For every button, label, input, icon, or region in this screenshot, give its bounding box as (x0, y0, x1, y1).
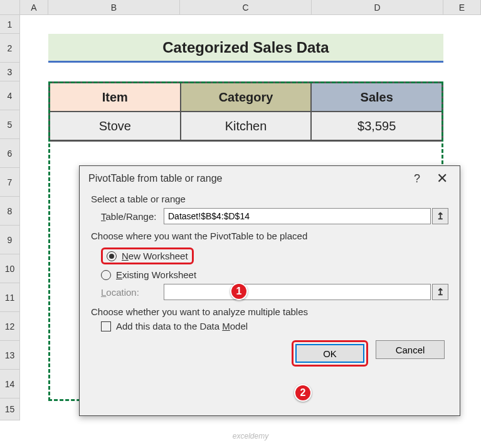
radio-icon (107, 251, 117, 261)
section-select-range-label: Select a table or range (91, 194, 448, 204)
close-button[interactable]: ✕ (430, 169, 455, 188)
checkbox-icon (101, 321, 111, 331)
row-header-15[interactable]: 15 (0, 399, 20, 420)
ok-button[interactable]: OK (295, 344, 364, 363)
dialog-body: Select a table or range Table/Range: ↥ C… (80, 191, 460, 369)
collapse-dialog-icon[interactable]: ↥ (432, 208, 448, 224)
cell-sales[interactable]: $3,595 (311, 112, 442, 140)
callout-2: 2 (294, 384, 312, 402)
location-input[interactable] (164, 284, 431, 300)
row-header-13[interactable]: 13 (0, 341, 20, 370)
row-header-7[interactable]: 7 (0, 168, 20, 197)
cell-item[interactable]: Stove (50, 112, 181, 140)
col-header-D[interactable]: D (312, 0, 443, 14)
select-all-corner[interactable] (0, 0, 20, 14)
radio-new-label: New Worksheet (122, 251, 188, 261)
row-header-14[interactable]: 14 (0, 370, 20, 399)
col-header-B[interactable]: B (48, 0, 180, 14)
row-header-8[interactable]: 8 (0, 197, 20, 226)
row-header-4[interactable]: 4 (0, 81, 20, 110)
column-headers: A B C D E (0, 0, 481, 15)
table-range-input[interactable] (164, 208, 431, 224)
col-header-A[interactable]: A (20, 0, 48, 14)
table-row: Stove Kitchen $3,595 (50, 112, 442, 140)
row-header-1[interactable]: 1 (0, 15, 20, 34)
table-range-label: Table/Range: (101, 211, 164, 222)
radio-new-worksheet[interactable]: New Worksheet (101, 247, 194, 264)
row-header-3[interactable]: 3 (0, 63, 20, 81)
col-header-C[interactable]: C (180, 0, 312, 14)
row-header-5[interactable]: 5 (0, 110, 20, 139)
pivottable-dialog: PivotTable from table or range ? ✕ Selec… (79, 165, 460, 416)
data-table: Item Category Sales Stove Kitchen $3,595 (48, 81, 443, 142)
callout-1: 1 (230, 283, 248, 300)
help-button[interactable]: ? (404, 169, 430, 188)
radio-existing-label: Existing Worksheet (116, 269, 196, 280)
row-header-2[interactable]: 2 (0, 34, 20, 63)
dialog-title-text: PivotTable from table or range (88, 173, 404, 184)
col-header-E[interactable]: E (443, 0, 481, 14)
collapse-dialog-icon[interactable]: ↥ (432, 284, 448, 300)
dialog-button-row: OK Cancel (91, 340, 448, 367)
checkbox-label: Add this data to the Data Model (116, 321, 248, 331)
row-header-12[interactable]: 12 (0, 312, 20, 341)
row-header-9[interactable]: 9 (0, 226, 20, 254)
row-header-11[interactable]: 11 (0, 283, 20, 312)
checkbox-data-model[interactable]: Add this data to the Data Model (101, 321, 448, 331)
section-placement-label: Choose where you want the PivotTable to … (91, 231, 448, 241)
cell-category[interactable]: Kitchen (181, 112, 312, 140)
cancel-button[interactable]: Cancel (376, 340, 445, 359)
row-header-6[interactable]: 6 (0, 139, 20, 168)
header-sales[interactable]: Sales (311, 83, 442, 112)
sheet-title-cell[interactable]: Categorized Sales Data (48, 34, 443, 63)
table-header-row: Item Category Sales (50, 83, 442, 112)
sheet-title-text: Categorized Sales Data (162, 39, 329, 56)
worksheet-area[interactable]: Categorized Sales Data Item Category Sal… (20, 15, 481, 448)
row-header-10[interactable]: 10 (0, 254, 20, 283)
location-label: Location: (101, 287, 164, 298)
ok-highlight: OK (292, 340, 368, 367)
watermark: exceldemy (233, 432, 268, 440)
radio-existing-worksheet[interactable]: Existing Worksheet (101, 269, 448, 280)
header-category[interactable]: Category (181, 83, 312, 112)
row-headers: 1 2 3 4 5 6 7 8 9 10 11 12 13 14 15 (0, 15, 20, 420)
radio-icon (101, 270, 111, 280)
header-item[interactable]: Item (50, 83, 181, 112)
section-multiple-tables-label: Choose whether you want to analyze multi… (91, 306, 448, 317)
dialog-titlebar[interactable]: PivotTable from table or range ? ✕ (80, 166, 460, 191)
